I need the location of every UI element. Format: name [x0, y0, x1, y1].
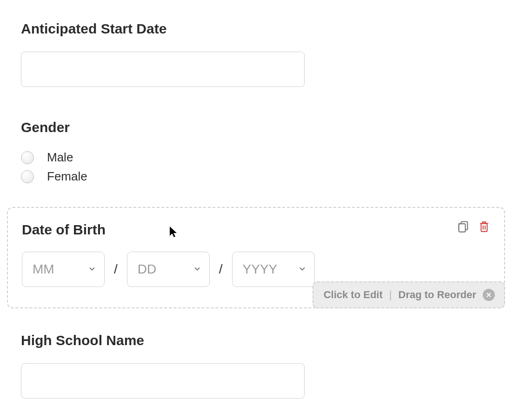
chevron-down-icon: [193, 262, 202, 277]
gender-option-label: Female: [47, 169, 87, 184]
date-separator: /: [218, 262, 224, 277]
dob-actions: [457, 220, 490, 234]
close-icon: [483, 289, 495, 301]
dob-field-block[interactable]: Date of Birth: [7, 207, 505, 308]
high-school-input[interactable]: [21, 363, 305, 399]
start-date-section: Anticipated Start Date: [21, 21, 498, 87]
start-date-input[interactable]: [21, 52, 305, 87]
delete-button[interactable]: [478, 220, 490, 234]
chevron-down-icon: [87, 262, 97, 277]
dob-label: Date of Birth: [22, 222, 106, 238]
dismiss-hint-button[interactable]: [483, 289, 495, 301]
dob-day-select[interactable]: DD: [127, 252, 210, 287]
chevron-down-icon: [298, 262, 307, 277]
radio-icon: [21, 170, 34, 183]
gender-section: Gender Male Female: [21, 120, 498, 184]
gender-label: Gender: [21, 120, 498, 135]
date-separator: /: [113, 262, 119, 277]
hint-reorder-text: Drag to Reorder: [399, 289, 476, 301]
high-school-section: High School Name: [21, 333, 498, 399]
dob-year-select[interactable]: YYYY: [232, 252, 315, 287]
start-date-label: Anticipated Start Date: [21, 21, 498, 37]
gender-radio-group: Male Female: [21, 150, 498, 184]
dob-year-placeholder: YYYY: [243, 262, 278, 277]
dob-header: Date of Birth: [22, 222, 490, 238]
hint-divider: |: [389, 289, 392, 301]
duplicate-button[interactable]: [457, 220, 470, 234]
svg-rect-1: [459, 224, 466, 232]
copy-icon: [457, 220, 470, 234]
hint-edit-text: Click to Edit: [324, 289, 383, 301]
gender-option-female[interactable]: Female: [21, 169, 498, 184]
gender-option-label: Male: [47, 150, 73, 165]
gender-option-male[interactable]: Male: [21, 150, 498, 165]
dob-month-placeholder: MM: [33, 262, 54, 277]
dob-month-select[interactable]: MM: [22, 252, 105, 287]
field-hint-pill: Click to Edit | Drag to Reorder: [313, 281, 505, 308]
trash-icon: [478, 220, 490, 234]
radio-icon: [21, 151, 34, 164]
high-school-label: High School Name: [21, 333, 498, 348]
dob-day-placeholder: DD: [138, 262, 156, 277]
